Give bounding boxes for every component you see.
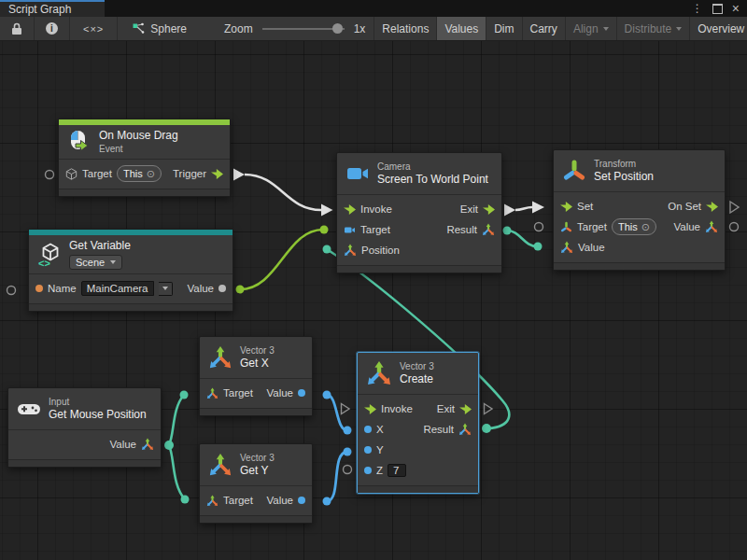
- value-port[interactable]: [298, 497, 305, 504]
- vector3-icon: [208, 345, 233, 370]
- graph-canvas[interactable]: On Mouse Drag Event Target This⊙ Trigger: [0, 41, 747, 560]
- wire-mouse-to-gety[interactable]: [169, 445, 185, 499]
- flow-arrow-icon[interactable]: [560, 202, 572, 212]
- variable-scope-dropdown[interactable]: Scene: [69, 255, 122, 270]
- variable-name-dropdown[interactable]: [159, 282, 173, 296]
- zoom-value: 1x: [354, 22, 366, 35]
- value-port[interactable]: [298, 389, 305, 397]
- node-get-y[interactable]: Vector 3 Get Y Target Value: [199, 443, 313, 524]
- node-get-x[interactable]: Vector 3 Get X Target Value: [199, 336, 313, 416]
- node-get-variable[interactable]: Get Variable Scene Name MainCamera Value: [28, 229, 233, 312]
- port-dot[interactable]: [323, 497, 331, 506]
- port-dot[interactable]: [181, 496, 190, 504]
- y-port[interactable]: [364, 446, 372, 454]
- chevron-down-icon: [676, 27, 682, 31]
- breadcrumb[interactable]: Sphere: [118, 17, 195, 40]
- code-view-icon: <×>: [83, 23, 104, 35]
- port-dot[interactable]: [164, 441, 174, 450]
- port-dot[interactable]: [534, 243, 543, 251]
- flow-arrow-icon[interactable]: [344, 204, 356, 215]
- tab-script-graph[interactable]: Script Graph: [0, 0, 105, 17]
- unconnected-flow-port[interactable]: [485, 404, 493, 414]
- flow-arrow-icon[interactable]: [706, 202, 718, 212]
- port-dot[interactable]: [344, 427, 352, 435]
- wire-trigger-to-invoke[interactable]: [245, 175, 321, 210]
- x-port[interactable]: [364, 426, 372, 433]
- flow-out-arrow[interactable]: [504, 204, 515, 217]
- port-dot[interactable]: [236, 286, 245, 294]
- unconnected-port[interactable]: [46, 171, 54, 179]
- distribute-button[interactable]: Distribute: [617, 17, 691, 40]
- node-get-mouse-position[interactable]: Input Get Mouse Position Value: [7, 387, 162, 468]
- relations-button[interactable]: Relations: [374, 17, 437, 40]
- vector3-port-icon[interactable]: [482, 223, 495, 236]
- flow-arrow-icon[interactable]: [211, 169, 223, 179]
- menu-icon[interactable]: ⋮: [692, 3, 703, 14]
- info-button[interactable]: i: [35, 17, 70, 40]
- vector3-port-icon[interactable]: [206, 495, 218, 507]
- carry-button[interactable]: Carry: [523, 17, 566, 40]
- wire-variable-to-target[interactable]: [240, 230, 323, 289]
- port-dot[interactable]: [503, 227, 512, 235]
- align-button[interactable]: Align: [566, 17, 617, 40]
- close-icon[interactable]: ×: [732, 2, 740, 15]
- this-chip[interactable]: This⊙: [117, 165, 162, 182]
- dim-button[interactable]: Dim: [486, 17, 522, 40]
- node-footer: [200, 408, 312, 415]
- vector3-port-icon[interactable]: [206, 387, 218, 399]
- value-port[interactable]: [218, 285, 226, 292]
- port-dot[interactable]: [323, 245, 331, 254]
- flow-arrow-icon[interactable]: [483, 204, 495, 215]
- lock-button[interactable]: [0, 17, 35, 40]
- flow-out-arrow[interactable]: [233, 169, 245, 181]
- unconnected-flow-port[interactable]: [730, 202, 739, 213]
- node-title: Get Y: [240, 464, 275, 478]
- tab-title: Script Graph: [8, 3, 71, 16]
- flow-in-arrow[interactable]: [321, 204, 333, 217]
- wire-mouse-to-getx[interactable]: [169, 395, 184, 445]
- port-label-y: Y: [376, 444, 384, 455]
- variable-name-field[interactable]: MainCamera: [81, 281, 154, 296]
- vector3-port-icon[interactable]: [705, 220, 718, 233]
- unconnected-port[interactable]: [344, 466, 352, 474]
- z-port[interactable]: [364, 467, 372, 474]
- unconnected-port[interactable]: [730, 223, 739, 231]
- node-screen-to-world-point[interactable]: Camera Screen To World Point Invoke Exit…: [336, 152, 502, 273]
- port-dot[interactable]: [180, 391, 189, 399]
- vector3-port-icon[interactable]: [560, 241, 573, 254]
- z-value-field[interactable]: 7: [388, 464, 406, 477]
- unconnected-port[interactable]: [535, 223, 543, 231]
- unconnected-port[interactable]: [7, 287, 16, 295]
- zoom-slider[interactable]: [262, 28, 345, 30]
- port-dot[interactable]: [344, 448, 352, 456]
- this-chip[interactable]: This⊙: [612, 218, 656, 235]
- vector3-port-icon[interactable]: [344, 244, 357, 257]
- node-on-mouse-drag[interactable]: On Mouse Drag Event Target This⊙ Trigger: [58, 119, 231, 197]
- node-set-position[interactable]: Transform Set Position Set On Set Target…: [553, 149, 726, 271]
- port-dot[interactable]: [320, 226, 329, 234]
- zoom-slider-handle[interactable]: [332, 23, 343, 34]
- maximize-icon[interactable]: [712, 4, 723, 14]
- unconnected-flow-port[interactable]: [342, 404, 350, 414]
- flow-arrow-icon[interactable]: [459, 404, 472, 414]
- vector3-port-icon[interactable]: [141, 438, 154, 451]
- overview-button[interactable]: Overview: [690, 17, 747, 40]
- vector3-port-icon[interactable]: [458, 423, 472, 436]
- flow-arrow-icon[interactable]: [364, 404, 376, 414]
- wire-result-to-value[interactable]: [507, 231, 537, 246]
- node-title: Get Mouse Position: [49, 408, 147, 422]
- code-view-button[interactable]: <×>: [70, 17, 118, 40]
- node-create-vector3[interactable]: Vector 3 Create Invoke Exit X Result Y Z…: [357, 352, 479, 494]
- port-dot[interactable]: [482, 424, 491, 433]
- flow-in-arrow[interactable]: [532, 202, 544, 214]
- port-label-value: Value: [187, 283, 214, 294]
- variable-icon: [37, 243, 62, 267]
- wire-gety-to-y[interactable]: [327, 452, 347, 501]
- transform-port-icon[interactable]: [560, 221, 572, 233]
- wire-exit-to-set[interactable]: [515, 207, 532, 210]
- node-title: Get Variable: [69, 239, 131, 253]
- port-dot[interactable]: [323, 391, 331, 399]
- name-port[interactable]: [35, 285, 43, 292]
- values-button[interactable]: Values: [437, 17, 486, 40]
- camera-port-icon[interactable]: [344, 224, 356, 236]
